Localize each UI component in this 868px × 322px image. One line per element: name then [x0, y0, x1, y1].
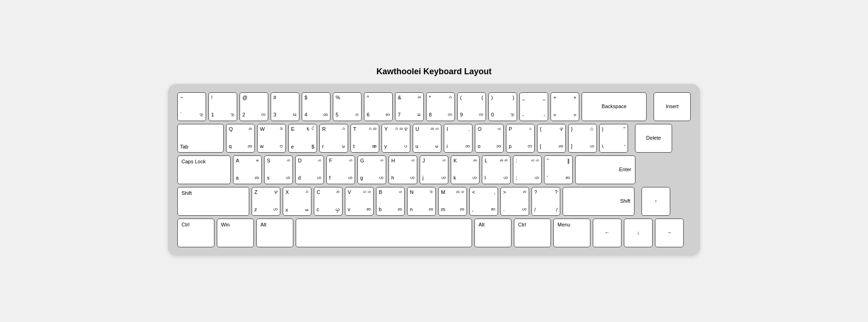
key-w[interactable]: Wာ wဝ	[257, 124, 286, 153]
key-menu[interactable]: Menu	[553, 219, 590, 247]
key-4[interactable]: $ 4ꩡ	[302, 92, 330, 121]
key-d[interactable]: Dꩤ dꩤ	[295, 155, 324, 184]
key-r[interactable]: Rၵ rမ	[319, 124, 348, 153]
key-semicolon[interactable]: :ꩤꩤ ;ꩤ	[513, 155, 542, 184]
key-t[interactable]: Tၵꩡ tꩡာ	[350, 124, 379, 153]
key-m[interactable]: Mꩡꩤ mꩡ	[438, 187, 467, 216]
key-space[interactable]	[296, 219, 472, 247]
key-k[interactable]: Kꩡ kꩤ	[451, 155, 479, 184]
keyboard-row-1: ~ `ာ ! 1ာ @ 2ၸ # 3ၽ $ 4ꩡ % 5ၵ ^	[177, 92, 691, 121]
key-u[interactable]: Uꩡꩤ uမ	[413, 124, 441, 153]
key-insert[interactable]: Insert	[654, 92, 691, 121]
key-shift-right[interactable]: Shift	[563, 187, 635, 216]
page-title: Kawthoolei Keyboard Layout	[376, 67, 492, 77]
key-ctrl-left[interactable]: Ctrl	[177, 219, 214, 247]
key-6[interactable]: ^ 6ꩦ	[364, 92, 393, 121]
key-win[interactable]: Win	[217, 219, 254, 247]
key-0[interactable]: )) 0ာ	[488, 92, 517, 121]
keyboard-row-5: Ctrl Win Alt Alt Ctrl Menu ← ↓ →	[177, 219, 691, 247]
key-arrow-right[interactable]: →	[655, 219, 684, 247]
key-5[interactable]: % 5ၵ	[333, 92, 362, 121]
key-slash[interactable]: ?? //	[531, 187, 560, 216]
key-alt-left[interactable]: Alt	[256, 219, 293, 247]
key-h[interactable]: Hꩤ hꩤ	[389, 155, 417, 184]
key-f[interactable]: Fꩤ fꩤ	[326, 155, 355, 184]
key-1[interactable]: ! 1ာ	[208, 92, 237, 121]
key-capslock[interactable]: Caps Lock	[177, 155, 231, 184]
key-period[interactable]: >ꩣ .ꩤ	[500, 187, 529, 216]
key-x[interactable]: Xၵ x∞	[283, 187, 311, 216]
key-v[interactable]: Vꩤꩤ vꩣ	[345, 187, 374, 216]
key-b[interactable]: Bꩤ bꩡ	[376, 187, 405, 216]
key-y[interactable]: Yၵꩡꩥ yပ	[382, 124, 410, 153]
key-ctrl-right[interactable]: Ctrl	[514, 219, 551, 247]
key-7[interactable]: &ꩡ 7ၼ	[395, 92, 424, 121]
key-minus[interactable]: __ --	[519, 92, 548, 121]
key-arrow-down[interactable]: ↓	[624, 219, 653, 247]
key-j[interactable]: Jꩤ jꩤ	[420, 155, 448, 184]
key-l[interactable]: Lꩡꩣ lꩤ	[482, 155, 511, 184]
key-backslash[interactable]: |" \'	[599, 124, 628, 153]
key-tab[interactable]: Tab	[177, 124, 224, 153]
key-p[interactable]: Pပ pတ	[506, 124, 535, 153]
key-lbracket[interactable]: {ꩥ [ꩡ	[537, 124, 566, 153]
key-delete[interactable]: Delete	[635, 124, 672, 153]
key-g[interactable]: Gꩤ gꩤ	[357, 155, 386, 184]
key-s[interactable]: Sꩤ sꩤ	[264, 155, 293, 184]
key-z[interactable]: Zꩥ zꩤ	[252, 187, 280, 216]
key-e[interactable]: Eၵႂၢင် e$	[288, 124, 317, 153]
keyboard-container: ~ `ာ ! 1ာ @ 2ၸ # 3ၽ $ 4ꩡ % 5ၵ ^	[168, 84, 700, 256]
key-backtick[interactable]: ~ `ာ	[177, 92, 206, 121]
key-comma[interactable]: <, ,ꩣ	[469, 187, 498, 216]
key-i[interactable]: I. iꩡ	[444, 124, 473, 153]
keyboard-row-4: Shift Zꩥ zꩤ Xၵ x∞ Cꩣ cꩥ Vꩤꩤ vꩣ Bꩤ bꩡ Nာ	[177, 187, 691, 216]
key-rbracket[interactable]: }☆ ]ꩤ	[568, 124, 597, 153]
key-alt-right[interactable]: Alt	[474, 219, 512, 247]
key-enter[interactable]: Enter	[575, 155, 635, 184]
key-q[interactable]: Qꩡ qꩡ	[226, 124, 255, 153]
key-arrow-up[interactable]: ↑	[641, 187, 670, 216]
keyboard-row-2: Tab Qꩡ qꩡ Wာ wဝ Eၵႂၢင် e$ Rၵ rမ Tၵꩡ tꩡာ …	[177, 124, 691, 153]
key-9[interactable]: (( 9ၸ	[457, 92, 486, 121]
key-shift-left[interactable]: Shift	[177, 187, 249, 216]
key-n[interactable]: Nာ nꩡ	[407, 187, 436, 216]
keyboard-row-3: Caps Lock Aမ aꩡ Sꩤ sꩤ Dꩤ dꩤ Fꩤ fꩤ Gꩤ gꩤ …	[177, 155, 691, 184]
key-c[interactable]: Cꩣ cꩥ	[314, 187, 343, 216]
key-3[interactable]: # 3ၽ	[271, 92, 299, 121]
key-quote[interactable]: "‖ 'ꩣ	[544, 155, 573, 184]
key-arrow-left[interactable]: ←	[593, 219, 622, 247]
key-backspace[interactable]: Backspace	[582, 92, 647, 121]
key-o[interactable]: Oꩤ oꩡ	[475, 124, 504, 153]
key-a[interactable]: Aမ aꩡ	[233, 155, 262, 184]
key-2[interactable]: @ 2ၸ	[240, 92, 268, 121]
key-8[interactable]: *ၵ 8တ	[426, 92, 455, 121]
key-equals[interactable]: ++ ==	[551, 92, 579, 121]
